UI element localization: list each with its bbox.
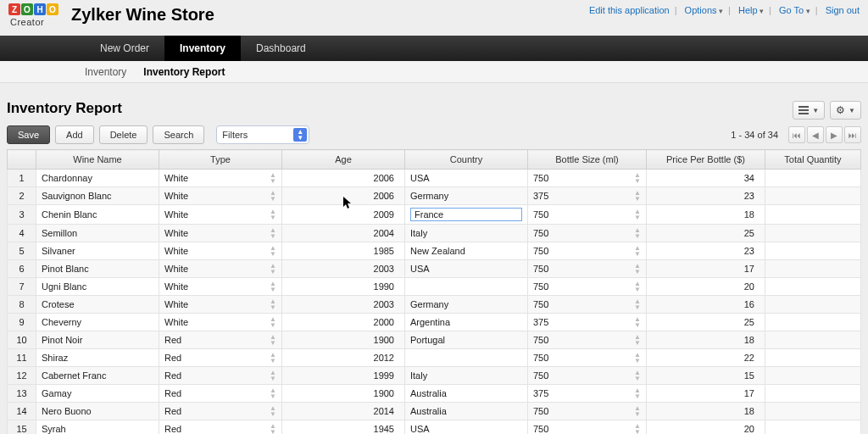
table-cell[interactable]: 2000 — [282, 314, 405, 331]
table-cell[interactable] — [765, 242, 861, 260]
table-cell[interactable]: 2003 — [282, 296, 405, 314]
table-cell[interactable]: 2014 — [282, 403, 405, 420]
table-cell[interactable]: White▲▼ — [159, 314, 282, 331]
table-cell[interactable]: Crotese — [36, 296, 159, 314]
column-header[interactable]: Type — [159, 150, 282, 170]
table-cell[interactable]: 750▲▼ — [528, 170, 647, 187]
table-cell[interactable]: White▲▼ — [159, 187, 282, 205]
tab-inventory[interactable]: Inventory — [164, 36, 241, 61]
stepper-icon[interactable]: ▲▼ — [270, 227, 276, 239]
table-cell[interactable]: 1900 — [282, 331, 405, 349]
stepper-icon[interactable]: ▲▼ — [634, 334, 641, 346]
settings-button[interactable]: ▼ — [830, 101, 861, 120]
stepper-icon[interactable]: ▲▼ — [270, 316, 276, 328]
table-cell[interactable]: Australia — [405, 385, 528, 403]
table-cell[interactable] — [765, 403, 861, 420]
stepper-icon[interactable]: ▲▼ — [634, 245, 641, 257]
pager-next-button[interactable]: ▶ — [826, 126, 843, 143]
stepper-icon[interactable]: ▲▼ — [270, 263, 276, 275]
table-cell[interactable]: 2006 — [282, 170, 405, 187]
table-cell[interactable]: 20 — [647, 420, 765, 435]
table-cell[interactable]: 23 — [647, 187, 765, 205]
table-cell[interactable] — [765, 385, 861, 403]
stepper-icon[interactable]: ▲▼ — [270, 172, 276, 184]
search-button[interactable]: Search — [153, 125, 204, 144]
table-cell[interactable] — [765, 278, 861, 296]
filters-select[interactable]: Filters ▲▼ — [216, 125, 309, 144]
table-cell[interactable]: 18 — [647, 403, 765, 420]
table-cell[interactable]: Red▲▼ — [159, 403, 282, 420]
table-cell[interactable]: Semillon — [36, 225, 159, 242]
delete-button[interactable]: Delete — [99, 125, 148, 144]
table-cell[interactable]: White▲▼ — [159, 260, 282, 278]
table-cell[interactable]: Chenin Blanc — [36, 205, 159, 225]
table-cell[interactable]: Shiraz — [36, 349, 159, 367]
stepper-icon[interactable]: ▲▼ — [634, 387, 641, 399]
pager-first-button[interactable]: ⏮ — [788, 126, 805, 143]
stepper-icon[interactable]: ▲▼ — [270, 190, 276, 202]
stepper-icon[interactable]: ▲▼ — [634, 370, 641, 381]
table-cell[interactable]: Italy — [405, 367, 528, 385]
table-cell[interactable]: 18 — [647, 205, 765, 225]
stepper-icon[interactable]: ▲▼ — [270, 281, 276, 292]
table-cell[interactable] — [765, 314, 861, 331]
table-cell[interactable]: Ugni Blanc — [36, 278, 159, 296]
table-cell[interactable] — [765, 187, 861, 205]
breadcrumb-item[interactable]: Inventory — [85, 66, 126, 78]
table-cell[interactable]: Pinot Blanc — [36, 260, 159, 278]
table-cell[interactable]: Red▲▼ — [159, 385, 282, 403]
edit-application-link[interactable]: Edit this application — [589, 5, 670, 15]
table-cell[interactable]: 375▲▼ — [528, 314, 647, 331]
table-cell[interactable] — [765, 170, 861, 187]
table-cell[interactable]: Red▲▼ — [159, 331, 282, 349]
column-header[interactable]: Bottle Size (ml) — [528, 150, 647, 170]
stepper-icon[interactable]: ▲▼ — [270, 298, 276, 310]
stepper-icon[interactable]: ▲▼ — [634, 263, 641, 275]
table-cell[interactable]: 22 — [647, 349, 765, 367]
column-header[interactable]: Wine Name — [36, 150, 159, 170]
table-cell[interactable]: USA — [405, 170, 528, 187]
table-cell[interactable] — [765, 420, 861, 435]
breadcrumb-item[interactable]: Inventory Report — [143, 66, 225, 78]
table-cell[interactable]: 750▲▼ — [528, 260, 647, 278]
tab-new-order[interactable]: New Order — [85, 36, 164, 61]
table-cell[interactable]: 18 — [647, 331, 765, 349]
table-cell[interactable]: 750▲▼ — [528, 349, 647, 367]
stepper-icon[interactable]: ▲▼ — [634, 352, 641, 364]
table-cell[interactable]: 34 — [647, 170, 765, 187]
table-cell[interactable]: 17 — [647, 260, 765, 278]
table-cell[interactable]: Red▲▼ — [159, 367, 282, 385]
table-cell[interactable]: 1985 — [282, 242, 405, 260]
table-cell[interactable]: Cabernet Franc — [36, 367, 159, 385]
table-cell[interactable] — [765, 205, 861, 225]
table-cell[interactable]: 2003 — [282, 260, 405, 278]
table-cell[interactable] — [405, 278, 528, 296]
table-cell[interactable]: 25 — [647, 225, 765, 242]
pager-last-button[interactable]: ⏭ — [844, 126, 861, 143]
table-cell[interactable]: Australia — [405, 403, 528, 420]
stepper-icon[interactable]: ▲▼ — [270, 245, 276, 257]
table-cell[interactable]: 750▲▼ — [528, 331, 647, 349]
stepper-icon[interactable]: ▲▼ — [634, 209, 641, 220]
column-header[interactable]: Age — [282, 150, 405, 170]
stepper-icon[interactable]: ▲▼ — [634, 298, 641, 310]
table-cell[interactable]: Silvaner — [36, 242, 159, 260]
stepper-icon[interactable]: ▲▼ — [634, 316, 641, 328]
help-menu[interactable]: Help — [738, 5, 764, 15]
table-cell[interactable]: 1999 — [282, 367, 405, 385]
table-cell[interactable] — [765, 260, 861, 278]
stepper-icon[interactable]: ▲▼ — [634, 405, 641, 417]
table-cell[interactable]: Syrah — [36, 420, 159, 435]
table-cell[interactable]: 750▲▼ — [528, 296, 647, 314]
table-cell[interactable]: 750▲▼ — [528, 403, 647, 420]
table-cell[interactable]: 375▲▼ — [528, 385, 647, 403]
table-cell[interactable]: Italy — [405, 225, 528, 242]
view-mode-button[interactable]: ▼ — [793, 101, 825, 120]
table-cell[interactable]: 20 — [647, 278, 765, 296]
options-menu[interactable]: Options — [685, 5, 723, 15]
table-cell[interactable]: White▲▼ — [159, 225, 282, 242]
table-cell[interactable]: Sauvignon Blanc — [36, 187, 159, 205]
table-cell[interactable]: France — [405, 205, 528, 225]
table-cell[interactable]: Argentina — [405, 314, 528, 331]
table-cell[interactable]: 750▲▼ — [528, 278, 647, 296]
